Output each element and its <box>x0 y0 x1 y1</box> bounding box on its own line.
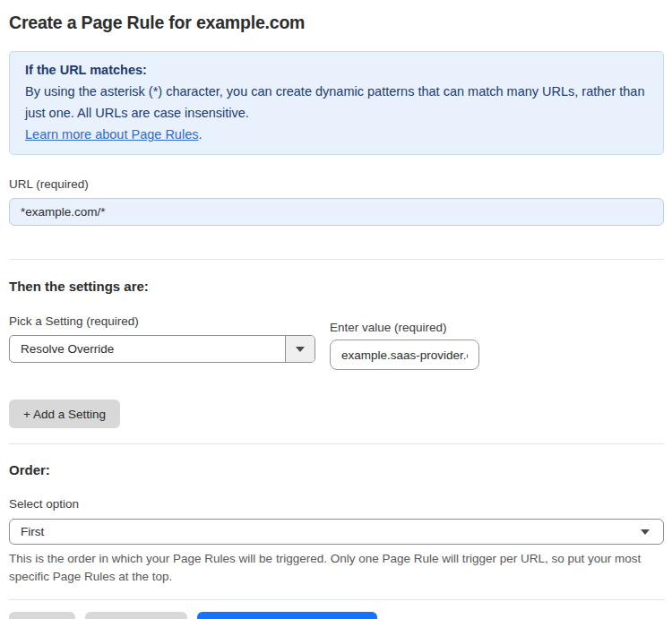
info-box-body: By using the asterisk (*) character, you… <box>25 81 648 124</box>
page-title: Create a Page Rule for example.com <box>9 11 664 34</box>
setting-picker-label: Pick a Setting (required) <box>9 314 315 328</box>
url-field-label: URL (required) <box>9 177 664 191</box>
settings-section-heading: Then the settings are: <box>9 279 664 294</box>
chevron-down-icon <box>296 347 305 352</box>
add-setting-button[interactable]: + Add a Setting <box>9 400 120 428</box>
setting-picker-selected-value: Resolve Override <box>10 336 285 362</box>
info-box-heading: If the URL matches: <box>25 59 648 81</box>
order-select-label: Select option <box>9 497 664 511</box>
url-input[interactable] <box>9 198 664 226</box>
save-as-draft-button[interactable]: Save as Draft <box>85 612 187 619</box>
info-box-link-line: Learn more about Page Rules. <box>25 124 648 145</box>
order-section-heading: Order: <box>9 462 664 477</box>
cancel-button[interactable]: Cancel <box>9 612 75 619</box>
learn-more-link[interactable]: Learn more about Page Rules <box>25 127 198 142</box>
page-rule-form: Create a Page Rule for example.com If th… <box>0 11 672 619</box>
url-match-info-box: If the URL matches: By using the asteris… <box>9 51 664 155</box>
save-and-deploy-button[interactable]: Save and Deploy Page Rule <box>197 612 378 619</box>
setting-picker-dropdown[interactable]: Resolve Override <box>9 335 315 363</box>
section-divider <box>9 599 664 600</box>
setting-row: Pick a Setting (required) Resolve Overri… <box>9 314 664 370</box>
chevron-down-icon <box>641 529 650 535</box>
link-suffix: . <box>198 127 202 142</box>
section-divider <box>9 259 664 260</box>
order-selected-value: First <box>21 525 44 538</box>
setting-value-column: Enter value (required) <box>330 321 479 370</box>
form-actions: Cancel Save as Draft Save and Deploy Pag… <box>9 612 664 619</box>
setting-value-label: Enter value (required) <box>330 321 479 334</box>
order-select[interactable]: First <box>9 519 664 545</box>
section-divider <box>9 443 664 444</box>
setting-value-input[interactable] <box>330 340 479 370</box>
order-help-text: This is the order in which your Page Rul… <box>9 550 664 586</box>
setting-picker-dropdown-button[interactable] <box>285 336 314 362</box>
setting-picker-column: Pick a Setting (required) Resolve Overri… <box>9 314 315 363</box>
